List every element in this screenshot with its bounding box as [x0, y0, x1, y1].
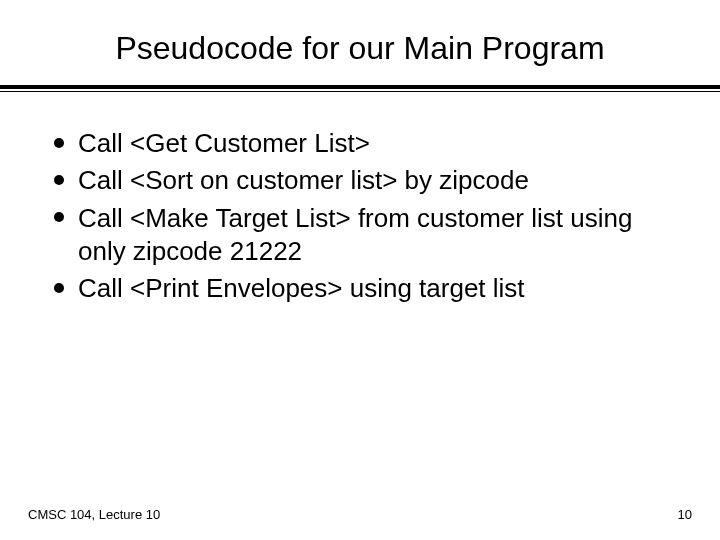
- list-item: Call <Get Customer List>: [48, 127, 672, 160]
- list-item: Call <Make Target List> from customer li…: [48, 202, 672, 269]
- divider-thin: [0, 91, 720, 92]
- slide-title: Pseudocode for our Main Program: [0, 0, 720, 85]
- list-item: Call <Print Envelopes> using target list: [48, 272, 672, 305]
- divider-thick: [0, 85, 720, 89]
- title-divider: [0, 85, 720, 91]
- bullet-list: Call <Get Customer List> Call <Sort on c…: [48, 127, 672, 305]
- footer-course: CMSC 104, Lecture 10: [28, 507, 160, 522]
- list-item: Call <Sort on customer list> by zipcode: [48, 164, 672, 197]
- slide-body: Call <Get Customer List> Call <Sort on c…: [0, 91, 720, 305]
- footer-page-number: 10: [678, 507, 692, 522]
- slide: Pseudocode for our Main Program Call <Ge…: [0, 0, 720, 540]
